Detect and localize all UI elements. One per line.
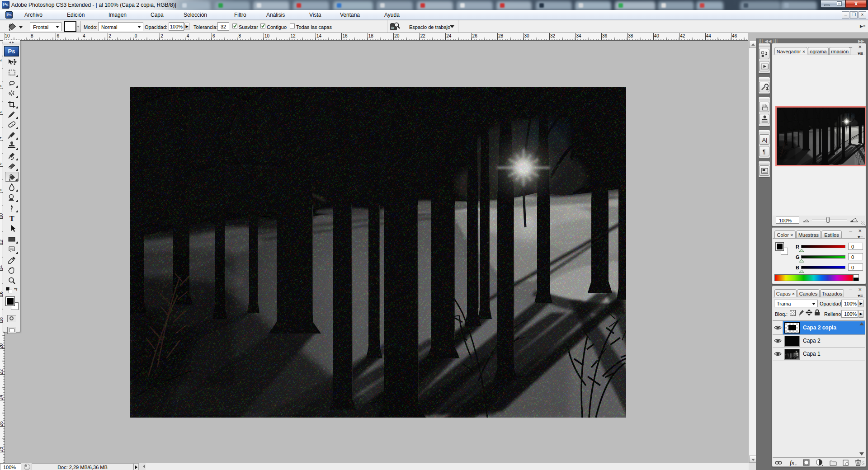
svg-text:Br: Br [391, 26, 395, 29]
svg-text:T: T [9, 215, 14, 222]
svg-text:¶: ¶ [763, 149, 766, 155]
svg-text:A|: A| [762, 137, 768, 143]
svg-text:fx: fx [790, 460, 794, 466]
